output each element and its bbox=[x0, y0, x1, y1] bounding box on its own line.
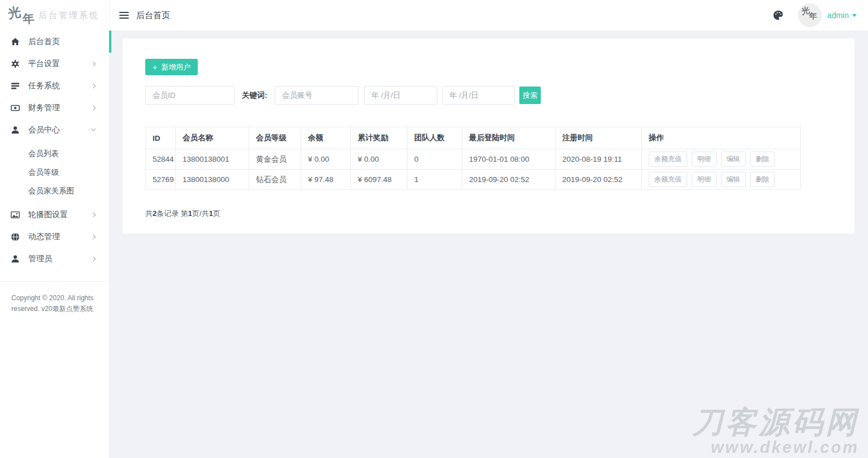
pagination-text: 页 bbox=[213, 209, 220, 218]
start-date-input[interactable] bbox=[364, 86, 437, 105]
money-icon bbox=[11, 103, 20, 113]
chevron-right-icon bbox=[91, 234, 96, 239]
sidebar-item-label: 动态管理 bbox=[28, 232, 60, 242]
cell-last-login: 2019-09-20 02:52 bbox=[462, 170, 555, 190]
recharge-button[interactable]: 余额充值 bbox=[649, 152, 687, 167]
gear-icon bbox=[11, 59, 20, 68]
total-pages: 1 bbox=[209, 209, 213, 218]
pagination-text: 共 bbox=[145, 209, 153, 218]
sidebar-subitem-member-list[interactable]: 会员列表 bbox=[0, 144, 109, 163]
chevron-right-icon bbox=[91, 61, 96, 66]
cell-actions: 余额充值 明细 编辑 删除 bbox=[642, 170, 801, 190]
menu-toggle-icon[interactable] bbox=[119, 10, 129, 20]
recharge-button[interactable]: 余额充值 bbox=[649, 172, 687, 187]
keyword-label: 关键词: bbox=[242, 90, 267, 101]
sidebar-item-label: 财务管理 bbox=[28, 103, 60, 113]
main-content: + 新增用户 关键词: 搜索 ID 会员名称 会员等级 余额 累计奖 bbox=[109, 31, 868, 458]
cell-last-login: 1970-01-01 08:00 bbox=[462, 149, 555, 170]
brand-logo[interactable]: 光 年 后台管理系统 bbox=[0, 0, 109, 31]
cell-member-level: 黄金会员 bbox=[249, 149, 301, 170]
cell-register-time: 2019-09-20 02:52 bbox=[555, 170, 642, 190]
sidebar-item-administrator[interactable]: 管理员 bbox=[0, 248, 109, 270]
table-header-row: ID 会员名称 会员等级 余额 累计奖励 团队人数 最后登陆时间 注册时间 操作 bbox=[146, 127, 801, 149]
add-user-button[interactable]: + 新增用户 bbox=[145, 59, 198, 75]
theme-palette-icon[interactable] bbox=[772, 9, 784, 21]
member-icon bbox=[11, 126, 20, 135]
delete-button[interactable]: 删除 bbox=[750, 152, 775, 167]
copyright-line-1: Copyright © 2020. All rights bbox=[11, 293, 102, 304]
sidebar-item-carousel[interactable]: 轮播图设置 bbox=[0, 204, 109, 226]
cell-register-time: 2020-08-19 19:11 bbox=[555, 149, 642, 170]
admin-icon bbox=[11, 254, 20, 263]
cell-id: 52769 bbox=[146, 170, 176, 190]
col-last-login: 最后登陆时间 bbox=[462, 127, 555, 149]
sidebar-item-label: 平台设置 bbox=[28, 59, 60, 69]
chevron-right-icon bbox=[91, 256, 96, 261]
tasks-icon bbox=[11, 81, 20, 90]
sidebar-item-platform-settings[interactable]: 平台设置 bbox=[0, 53, 109, 75]
sidebar-item-label: 后台首页 bbox=[28, 37, 60, 47]
member-list-card: + 新增用户 关键词: 搜索 ID 会员名称 会员等级 余额 累计奖 bbox=[123, 38, 854, 234]
page-title: 后台首页 bbox=[136, 10, 170, 21]
chevron-down-icon bbox=[91, 127, 96, 131]
detail-button[interactable]: 明细 bbox=[692, 172, 717, 187]
cell-member-name: 13800138001 bbox=[176, 149, 249, 170]
cell-team-size: 1 bbox=[407, 170, 462, 190]
caret-down-icon bbox=[852, 14, 857, 17]
sidebar-item-label: 任务系统 bbox=[28, 81, 60, 91]
sidebar-item-dashboard[interactable]: 后台首页 bbox=[0, 31, 109, 53]
chevron-right-icon bbox=[91, 83, 96, 88]
sidebar-item-member-center[interactable]: 会员中心 bbox=[0, 119, 109, 141]
pagination-text: 页/共 bbox=[192, 209, 209, 218]
end-date-input[interactable] bbox=[442, 86, 515, 105]
chevron-right-icon bbox=[91, 105, 96, 110]
topbar: 后台首页 光 年 admin bbox=[109, 0, 868, 31]
carousel-icon bbox=[11, 210, 20, 219]
globe-icon bbox=[11, 232, 20, 241]
sidebar-subitem-member-relation[interactable]: 会员家关系图 bbox=[0, 182, 109, 200]
cell-team-size: 0 bbox=[407, 149, 462, 170]
cell-id: 52844 bbox=[146, 149, 176, 170]
pagination-text: 条记录 第 bbox=[157, 209, 188, 218]
col-register-time: 注册时间 bbox=[555, 127, 642, 149]
delete-button[interactable]: 删除 bbox=[750, 172, 775, 187]
detail-button[interactable]: 明细 bbox=[692, 152, 717, 167]
search-button[interactable]: 搜索 bbox=[519, 87, 541, 104]
sidebar-item-label: 轮播图设置 bbox=[28, 210, 68, 220]
sidebar-item-label: 会员中心 bbox=[28, 125, 60, 135]
cell-member-level: 钻石会员 bbox=[249, 170, 301, 190]
add-user-label: 新增用户 bbox=[161, 62, 190, 72]
username: admin bbox=[827, 11, 849, 20]
user-avatar[interactable]: 光 年 bbox=[798, 3, 822, 27]
cell-reward: ¥ 6097.48 bbox=[351, 170, 407, 190]
sidebar-item-dynamic[interactable]: 动态管理 bbox=[0, 226, 109, 248]
edit-button[interactable]: 编辑 bbox=[721, 152, 746, 167]
logo-glyph-2: 年 bbox=[22, 10, 35, 27]
cell-reward: ¥ 0.00 bbox=[351, 149, 407, 170]
plus-icon: + bbox=[153, 63, 157, 72]
sidebar-subitem-member-level[interactable]: 会员等级 bbox=[0, 163, 109, 182]
chevron-right-icon bbox=[91, 212, 96, 217]
avatar-glyph-2: 年 bbox=[809, 11, 817, 21]
col-reward: 累计奖励 bbox=[351, 127, 407, 149]
cell-balance: ¥ 0.00 bbox=[301, 149, 351, 170]
member-account-input[interactable] bbox=[275, 86, 358, 105]
edit-button[interactable]: 编辑 bbox=[721, 172, 746, 187]
copyright-line-2: reserved. v20最新点赞系统 bbox=[11, 304, 102, 314]
member-center-submenu: 会员列表 会员等级 会员家关系图 bbox=[0, 141, 109, 204]
logo-glyph-1: 光 bbox=[6, 3, 22, 23]
member-id-input[interactable] bbox=[145, 86, 235, 105]
col-actions: 操作 bbox=[642, 127, 801, 149]
col-team-size: 团队人数 bbox=[407, 127, 462, 149]
col-member-level: 会员等级 bbox=[249, 127, 301, 149]
user-dropdown[interactable]: admin bbox=[827, 11, 857, 20]
brand-title: 后台管理系统 bbox=[38, 10, 99, 21]
col-member-name: 会员名称 bbox=[176, 127, 249, 149]
sidebar-item-task-system[interactable]: 任务系统 bbox=[0, 75, 109, 97]
sidebar-item-label: 管理员 bbox=[28, 254, 52, 264]
sidebar-item-finance[interactable]: 财务管理 bbox=[0, 97, 109, 119]
home-icon bbox=[11, 37, 20, 46]
members-table: ID 会员名称 会员等级 余额 累计奖励 团队人数 最后登陆时间 注册时间 操作… bbox=[145, 127, 801, 190]
brand-logo-icon: 光 年 bbox=[7, 3, 38, 28]
cell-member-name: 13800138000 bbox=[176, 170, 249, 190]
